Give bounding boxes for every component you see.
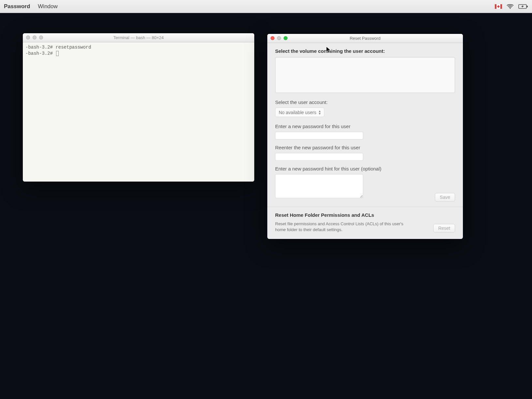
select-user-label: Select the user account: — [275, 99, 455, 105]
save-button[interactable]: Save — [435, 193, 455, 201]
reset-perms-heading: Reset Home Folder Permissions and ACLs — [275, 212, 455, 218]
terminal-body[interactable]: -bash-3.2# resetpassword -bash-3.2# — [23, 42, 254, 182]
battery-icon[interactable] — [518, 4, 528, 9]
menubar: Password Window — [0, 0, 532, 13]
select-volume-label: Select the volume containing the user ac… — [275, 48, 455, 54]
reenter-password-input[interactable] — [275, 153, 363, 161]
menubar-window-menu[interactable]: Window — [38, 3, 57, 10]
reset-button[interactable]: Reset — [433, 224, 455, 232]
user-account-select[interactable]: No available users — [275, 108, 324, 117]
reset-maximize-button[interactable] — [284, 36, 288, 40]
reset-minimize-button[interactable] — [277, 36, 281, 40]
reset-password-window: Reset Password Select the volume contain… — [267, 34, 463, 239]
wifi-icon[interactable] — [507, 4, 514, 9]
password-hint-input[interactable] — [275, 174, 363, 198]
reset-title: Reset Password — [350, 36, 381, 41]
menubar-app-title: Password — [4, 3, 30, 10]
reset-close-button[interactable] — [271, 36, 274, 40]
terminal-titlebar[interactable]: Terminal — bash — 80×24 — [23, 33, 254, 42]
reenter-password-label: Reenter the new password for this user — [275, 145, 455, 150]
desktop: Terminal — bash — 80×24 -bash-3.2# reset… — [0, 13, 532, 399]
reset-titlebar[interactable]: Reset Password — [267, 34, 463, 43]
reset-body: Select the volume containing the user ac… — [267, 43, 463, 239]
terminal-window: Terminal — bash — 80×24 -bash-3.2# reset… — [23, 33, 254, 182]
reset-perms-description: Reset file permissions and Access Contro… — [275, 221, 406, 232]
password-hint-label: Enter a new password hint for this user … — [275, 166, 455, 171]
status-icons — [495, 4, 528, 9]
terminal-maximize-button[interactable] — [39, 36, 43, 39]
terminal-line-1: -bash-3.2# resetpassword — [25, 45, 91, 50]
input-source-flag-icon[interactable] — [495, 4, 502, 9]
svg-rect-2 — [527, 6, 528, 7]
section-divider — [267, 207, 463, 207]
user-account-select-value: No available users — [279, 110, 316, 115]
terminal-cursor — [56, 51, 59, 56]
svg-point-0 — [510, 7, 510, 8]
new-password-input[interactable] — [275, 132, 363, 140]
chevron-updown-icon — [319, 109, 321, 115]
terminal-title: Terminal — bash — 80×24 — [113, 35, 164, 40]
terminal-close-button[interactable] — [26, 36, 30, 39]
terminal-minimize-button[interactable] — [33, 36, 37, 39]
terminal-line-2: -bash-3.2# — [25, 51, 55, 56]
new-password-label: Enter a new password for this user — [275, 124, 455, 129]
volume-list[interactable] — [275, 57, 455, 93]
reset-traffic-lights — [271, 36, 288, 40]
terminal-traffic-lights — [26, 36, 43, 39]
